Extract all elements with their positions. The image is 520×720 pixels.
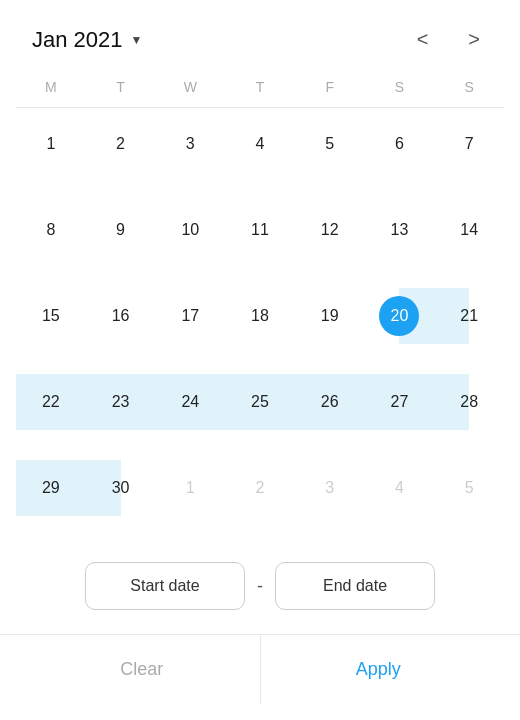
end-date-button[interactable]: End date — [275, 562, 435, 610]
day-cell[interactable]: 27 — [365, 374, 435, 430]
prev-month-button[interactable]: < — [409, 24, 437, 55]
day-cell[interactable]: 20 — [365, 288, 435, 344]
dropdown-icon: ▼ — [131, 33, 143, 47]
day-cell[interactable]: 1 — [155, 460, 225, 516]
nav-buttons: < > — [409, 24, 488, 55]
weekday-label: T — [225, 71, 295, 103]
day-number: 10 — [170, 210, 210, 250]
day-number: 28 — [449, 382, 489, 422]
weekday-label: W — [155, 71, 225, 103]
day-cell[interactable]: 9 — [86, 202, 156, 258]
day-cell[interactable]: 19 — [295, 288, 365, 344]
day-cell[interactable]: 3 — [155, 116, 225, 172]
day-number: 13 — [379, 210, 419, 250]
day-cell[interactable]: 6 — [365, 116, 435, 172]
day-cell[interactable]: 1 — [16, 116, 86, 172]
weekday-row: MTWTFSS — [0, 71, 520, 103]
day-number: 23 — [101, 382, 141, 422]
day-number: 29 — [31, 468, 71, 508]
footer-actions: Clear Apply — [24, 635, 496, 704]
day-cell[interactable]: 4 — [365, 460, 435, 516]
day-cell[interactable]: 2 — [225, 460, 295, 516]
day-number: 2 — [101, 124, 141, 164]
day-number: 1 — [31, 124, 71, 164]
day-number: 18 — [240, 296, 280, 336]
day-cell[interactable]: 24 — [155, 374, 225, 430]
apply-button[interactable]: Apply — [261, 635, 497, 704]
day-cell[interactable]: 26 — [295, 374, 365, 430]
day-number: 11 — [240, 210, 280, 250]
calendar-header: Jan 2021 ▼ < > — [0, 0, 520, 71]
day-number: 1 — [170, 468, 210, 508]
day-cell[interactable]: 28 — [434, 374, 504, 430]
weekday-label: S — [434, 71, 504, 103]
day-number: 22 — [31, 382, 71, 422]
month-year-selector[interactable]: Jan 2021 ▼ — [32, 27, 142, 53]
days-grid: 1234567891011121314151617181920212223242… — [0, 116, 520, 546]
day-number: 27 — [379, 382, 419, 422]
day-cell[interactable]: 8 — [16, 202, 86, 258]
day-number: 2 — [240, 468, 280, 508]
calendar-container: Jan 2021 ▼ < > MTWTFSS 12345678910111213… — [0, 0, 520, 720]
day-number: 6 — [379, 124, 419, 164]
day-cell[interactable]: 16 — [86, 288, 156, 344]
day-number: 5 — [310, 124, 350, 164]
day-number: 19 — [310, 296, 350, 336]
day-number: 9 — [101, 210, 141, 250]
day-cell[interactable]: 29 — [16, 460, 86, 516]
day-cell[interactable]: 25 — [225, 374, 295, 430]
weekday-label: T — [86, 71, 156, 103]
day-cell[interactable]: 21 — [434, 288, 504, 344]
day-number: 14 — [449, 210, 489, 250]
day-number: 7 — [449, 124, 489, 164]
day-number: 4 — [379, 468, 419, 508]
header-divider — [16, 107, 504, 108]
date-inputs: Start date - End date — [24, 562, 496, 610]
bottom-section: Start date - End date Clear Apply — [0, 546, 520, 720]
day-cell[interactable]: 30 — [86, 460, 156, 516]
day-cell[interactable]: 3 — [295, 460, 365, 516]
day-cell[interactable]: 10 — [155, 202, 225, 258]
day-cell[interactable]: 23 — [86, 374, 156, 430]
day-number: 3 — [310, 468, 350, 508]
weekday-label: M — [16, 71, 86, 103]
day-cell[interactable]: 5 — [295, 116, 365, 172]
day-cell[interactable]: 17 — [155, 288, 225, 344]
day-number: 30 — [101, 468, 141, 508]
day-cell[interactable]: 18 — [225, 288, 295, 344]
day-number: 8 — [31, 210, 71, 250]
date-separator: - — [257, 576, 263, 597]
weekday-label: S — [365, 71, 435, 103]
start-date-button[interactable]: Start date — [85, 562, 245, 610]
month-year-label: Jan 2021 — [32, 27, 123, 53]
day-number: 12 — [310, 210, 350, 250]
day-cell[interactable]: 2 — [86, 116, 156, 172]
clear-button[interactable]: Clear — [24, 635, 261, 704]
day-number: 20 — [379, 296, 419, 336]
day-number: 21 — [449, 296, 489, 336]
day-cell[interactable]: 12 — [295, 202, 365, 258]
day-cell[interactable]: 22 — [16, 374, 86, 430]
day-number: 4 — [240, 124, 280, 164]
day-number: 24 — [170, 382, 210, 422]
day-cell[interactable]: 14 — [434, 202, 504, 258]
day-number: 16 — [101, 296, 141, 336]
day-number: 15 — [31, 296, 71, 336]
day-cell[interactable]: 13 — [365, 202, 435, 258]
day-number: 25 — [240, 382, 280, 422]
day-cell[interactable]: 4 — [225, 116, 295, 172]
day-cell[interactable]: 15 — [16, 288, 86, 344]
weekday-label: F — [295, 71, 365, 103]
day-number: 17 — [170, 296, 210, 336]
day-number: 3 — [170, 124, 210, 164]
day-cell[interactable]: 5 — [434, 460, 504, 516]
day-number: 26 — [310, 382, 350, 422]
day-cell[interactable]: 7 — [434, 116, 504, 172]
day-cell[interactable]: 11 — [225, 202, 295, 258]
day-number: 5 — [449, 468, 489, 508]
next-month-button[interactable]: > — [460, 24, 488, 55]
